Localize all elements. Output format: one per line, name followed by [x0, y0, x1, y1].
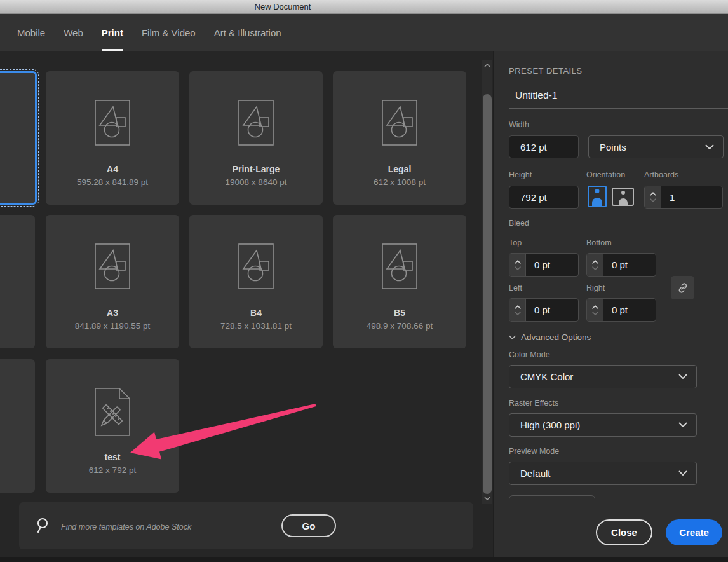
create-button[interactable]: Create [666, 519, 722, 545]
width-label: Width [509, 120, 529, 129]
stepper-down-icon[interactable] [592, 312, 598, 315]
document-name-field[interactable]: Untitled-1 [515, 90, 557, 101]
artboards-label: Artboards [644, 170, 678, 179]
document-name-underline [509, 108, 728, 109]
close-button[interactable]: Close [596, 519, 652, 545]
template-size: 498.9 x 708.66 pt [333, 321, 466, 331]
chevron-down-icon [678, 470, 687, 476]
go-button[interactable]: Go [281, 514, 336, 537]
bleed-left-value[interactable]: 0 pt [526, 299, 578, 321]
height-label: Height [509, 170, 532, 179]
stepper-down-icon[interactable] [650, 198, 656, 202]
stepper-up-icon[interactable] [650, 192, 656, 196]
landscape-person-icon [621, 191, 625, 195]
artboards-stepper[interactable]: 1 [644, 186, 723, 209]
template-card-partial[interactable] [0, 359, 35, 493]
bleed-right-stepper[interactable]: 0 pt [586, 298, 656, 322]
template-shapes-icon [382, 100, 417, 146]
orientation-label: Orientation [586, 170, 625, 179]
template-size: 612 x 792 pt [46, 465, 179, 475]
stepper-down-icon[interactable] [515, 312, 521, 315]
template-name: A3 [46, 308, 179, 318]
template-shapes-icon [95, 243, 130, 289]
chevron-down-icon [509, 335, 516, 340]
template-shapes-icon [95, 100, 130, 146]
stepper-up-icon[interactable] [515, 305, 521, 309]
window-bottom-edge [0, 557, 728, 562]
advanced-options-toggle[interactable]: Advanced Options [509, 332, 591, 342]
tab-web[interactable]: Web [64, 14, 83, 51]
raster-effects-label: Raster Effects [509, 399, 558, 408]
stock-search-input[interactable] [60, 516, 288, 538]
template-size: 728.5 x 1031.81 pt [189, 321, 323, 331]
template-card-test[interactable]: test 612 x 792 pt [46, 359, 179, 493]
template-name: test [46, 452, 179, 462]
raster-effects-dropdown[interactable]: High (300 ppi) [509, 413, 697, 437]
window-titlebar: New Document [0, 0, 728, 14]
template-card-b4[interactable]: B4 728.5 x 1031.81 pt [189, 215, 323, 348]
preview-mode-label: Preview Mode [509, 447, 559, 456]
units-dropdown[interactable]: Points [588, 135, 724, 158]
bleed-link-button[interactable] [671, 276, 694, 299]
bleed-top-stepper[interactable]: 0 pt [509, 253, 579, 277]
artboards-value[interactable]: 1 [661, 186, 722, 208]
template-size: 841.89 x 1190.55 pt [46, 321, 179, 331]
template-name: Print-Large [189, 164, 323, 174]
scrollbar-thumb[interactable] [483, 94, 492, 494]
bleed-right-value[interactable]: 0 pt [603, 299, 656, 321]
preset-details-panel: PRESET DETAILS Untitled-1 Width 612 pt P… [493, 51, 728, 562]
template-card-b5[interactable]: B5 498.9 x 708.66 pt [333, 215, 466, 348]
adobe-stock-searchbar: Go [19, 502, 473, 549]
clipped-control [509, 495, 595, 504]
tab-print[interactable]: Print [102, 14, 123, 51]
template-shapes-icon [238, 100, 274, 146]
orientation-portrait-button[interactable] [588, 186, 607, 207]
template-name: B4 [189, 308, 323, 318]
chain-link-icon [677, 282, 689, 294]
template-card-a3[interactable]: A3 841.89 x 1190.55 pt [46, 215, 179, 348]
bleed-bottom-value[interactable]: 0 pt [603, 254, 656, 276]
bleed-top-value[interactable]: 0 pt [526, 254, 578, 276]
window-title: New Document [0, 2, 565, 11]
orientation-landscape-button[interactable] [612, 188, 634, 206]
tab-mobile[interactable]: Mobile [17, 14, 45, 51]
chevron-down-icon [705, 144, 714, 150]
category-tabbar: Mobile Web Print Film & Video Art & Illu… [0, 14, 728, 51]
bleed-left-label: Left [509, 284, 522, 292]
template-card-partial[interactable] [0, 215, 35, 348]
stepper-up-icon[interactable] [592, 305, 598, 309]
stepper-down-icon[interactable] [515, 266, 521, 270]
stepper-up-icon[interactable] [592, 260, 598, 264]
bleed-bottom-label: Bottom [586, 238, 612, 247]
template-card-print-large[interactable]: Print-Large 19008 x 8640 pt [189, 71, 323, 205]
height-input[interactable]: 792 pt [509, 186, 579, 209]
width-input[interactable]: 612 pt [509, 135, 579, 158]
chevron-down-icon [678, 374, 687, 380]
templates-scrollbar[interactable] [482, 60, 492, 504]
scroll-down-icon[interactable] [483, 496, 491, 501]
chevron-down-icon [678, 422, 687, 428]
preview-mode-dropdown[interactable]: Default [509, 462, 697, 485]
tab-art-illustration[interactable]: Art & Illustration [214, 14, 281, 51]
color-mode-dropdown[interactable]: CMYK Color [509, 365, 697, 388]
template-card-legal[interactable]: Legal 612 x 1008 pt [333, 71, 466, 205]
template-shapes-icon [238, 243, 274, 289]
template-card-selected-partial[interactable] [0, 71, 37, 205]
bleed-bottom-stepper[interactable]: 0 pt [586, 253, 656, 277]
stepper-up-icon[interactable] [515, 260, 521, 264]
tab-film-video[interactable]: Film & Video [142, 14, 196, 51]
template-name: B5 [333, 308, 466, 318]
template-name: Legal [333, 164, 466, 174]
stepper-down-icon[interactable] [592, 266, 598, 270]
template-name: A4 [46, 164, 179, 174]
template-shapes-icon [382, 243, 417, 289]
template-size: 595.28 x 841.89 pt [46, 177, 179, 187]
scroll-up-icon[interactable] [483, 63, 491, 68]
pencil-ruler-document-icon [94, 388, 131, 436]
template-card-a4[interactable]: A4 595.28 x 841.89 pt [46, 71, 179, 205]
template-size: 612 x 1008 pt [333, 177, 466, 187]
bleed-top-label: Top [509, 238, 522, 247]
bleed-label: Bleed [509, 219, 529, 228]
color-mode-label: Color Mode [509, 350, 550, 359]
bleed-left-stepper[interactable]: 0 pt [509, 298, 579, 322]
